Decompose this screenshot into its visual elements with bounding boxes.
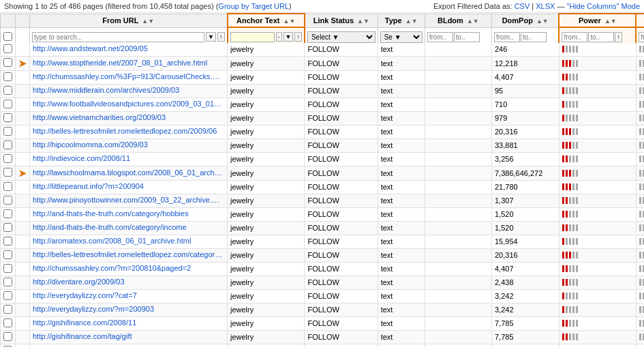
export-xlsx-link[interactable]: XLSX <box>536 2 555 10</box>
anchor-filter-input[interactable]: jewelry <box>230 32 275 42</box>
row-trust-cell <box>636 138 644 152</box>
row-checkbox[interactable] <box>3 291 12 300</box>
from-url-link[interactable]: http://chumssashley.com/%3Fp=913/Carouse… <box>33 72 224 80</box>
row-checkbox[interactable] <box>3 209 12 218</box>
col-power-header[interactable]: Power ▲▼ <box>559 14 636 27</box>
from-url-link[interactable]: http://belles-lettresofmilet.romelettedl… <box>33 250 224 258</box>
row-type-cell: text <box>378 42 425 56</box>
from-url-link[interactable]: http://belles-lettresofmilet.romelettedl… <box>33 127 217 135</box>
from-url-link[interactable]: http://and-thats-the-truth.com/category/… <box>33 209 189 218</box>
power-bar-container <box>562 183 633 190</box>
from-url-link[interactable]: http://www.pinoyottowinner.com/2009_03_2… <box>33 196 224 204</box>
power-sort-btn[interactable]: ↑ <box>615 32 622 42</box>
col-trust-header[interactable]: Trust ▲▼ <box>636 14 644 27</box>
row-checkbox[interactable] <box>3 182 12 191</box>
sort-linkstatus-icon[interactable]: ▲▼ <box>357 18 369 25</box>
col-anchor-header[interactable]: Anchor Text ▲▼ <box>228 14 305 27</box>
bar-segment <box>639 46 641 53</box>
trust-bar-container <box>639 128 644 135</box>
power-from-input[interactable] <box>562 32 587 42</box>
row-checkbox[interactable] <box>3 318 12 327</box>
from-url-filter-btn[interactable]: ▼ <box>206 32 216 42</box>
from-url-link[interactable]: http://gishifinance.com/tag/gift <box>33 332 132 340</box>
row-anchor-cell: jewelry <box>228 180 305 194</box>
from-url-link[interactable]: http://iblogbiz.com/2009/06 <box>33 346 122 347</box>
bar-segment-gray <box>569 293 571 299</box>
from-url-link[interactable]: http://chumssashley.com/?m=200810&paged=… <box>33 264 191 272</box>
row-checkbox[interactable] <box>3 127 12 136</box>
from-url-link[interactable]: http://aromatexs.com/2008_06_01_archive.… <box>33 237 191 245</box>
select-all-checkbox[interactable] <box>3 32 12 41</box>
row-bldom-cell <box>425 235 491 248</box>
bar-segment <box>562 60 564 67</box>
from-url-link[interactable]: http://www.andstewart.net/2009/05 <box>33 44 148 53</box>
row-linkstatus-cell: FOLLOW <box>305 125 378 138</box>
row-arrow-cell <box>16 152 30 166</box>
from-url-link[interactable]: http://www.footballvideosandpictures.com… <box>33 100 224 108</box>
export-csv-link[interactable]: CSV <box>515 2 530 10</box>
row-checkbox[interactable] <box>3 237 12 246</box>
row-from-url-cell: http://indievoice.com/2008/11 <box>30 152 228 166</box>
dompop-from-input[interactable] <box>494 32 520 42</box>
sort-power-icon[interactable]: ▲▼ <box>604 18 617 25</box>
filter-row: ▼ ↑ jewelry - ▼ ↑ Select ▼ FOLLOW <box>1 27 645 42</box>
from-url-search-input[interactable] <box>32 32 204 42</box>
row-checkbox[interactable] <box>3 332 12 341</box>
sort-from-url-icon[interactable]: ▲▼ <box>142 18 154 25</box>
from-url-link[interactable]: http://www.middlerain.com/archives/2009/… <box>33 86 179 94</box>
row-checkbox[interactable] <box>3 154 12 163</box>
type-filter-select[interactable]: Se ▼ text image <box>380 31 423 43</box>
from-url-link[interactable]: http://hipcoolmomma.com/2009/03 <box>33 140 148 149</box>
row-checkbox[interactable] <box>3 168 12 177</box>
row-checkbox[interactable] <box>3 140 12 149</box>
sort-dompop-icon[interactable]: ▲▼ <box>536 18 549 25</box>
row-checkbox[interactable] <box>3 44 12 53</box>
from-url-link[interactable]: http://www.vietnamcharities.org/2009/03 <box>33 113 166 121</box>
from-url-link[interactable]: http://gishifinance.com/2008/11 <box>33 318 136 327</box>
sort-anchor-icon[interactable]: ▲▼ <box>283 18 296 25</box>
row-trust-cell <box>636 303 644 316</box>
from-url-link[interactable]: http://www.stoptheride.net/2007_08_01_ar… <box>33 59 207 67</box>
bldom-from-input[interactable] <box>427 32 453 42</box>
linkstatus-filter-select[interactable]: Select ▼ FOLLOW NOFOLLOW <box>307 31 375 43</box>
sort-bldom-icon[interactable]: ▲▼ <box>467 18 479 25</box>
row-checkbox[interactable] <box>3 250 12 259</box>
row-checkbox[interactable] <box>3 86 12 95</box>
row-checkbox[interactable] <box>3 305 12 314</box>
trust-from-input[interactable] <box>639 32 644 42</box>
sort-type-icon[interactable]: ▲▼ <box>405 18 418 25</box>
bldom-to-input[interactable] <box>454 32 480 42</box>
col-linkstatus-header[interactable]: Link Status ▲▼ <box>305 14 378 27</box>
row-checkbox[interactable] <box>3 58 12 67</box>
anchor-filter-apply-btn[interactable]: ▼ <box>283 32 294 42</box>
row-checkbox[interactable] <box>3 72 12 81</box>
row-from-url-cell: http://www.middlerain.com/archives/2009/… <box>30 84 228 98</box>
row-checkbox[interactable] <box>3 346 12 348</box>
row-checkbox[interactable] <box>3 113 12 122</box>
row-checkbox[interactable] <box>3 278 12 286</box>
hide-columns-link[interactable]: "Hide Columns" Mode <box>567 2 640 10</box>
from-url-link[interactable]: http://lawschoolmama.blogspot.com/2008_0… <box>33 168 224 177</box>
col-from-url-header[interactable]: From URL ▲▼ <box>30 14 228 27</box>
from-url-sort-asc-btn[interactable]: ↑ <box>217 32 225 42</box>
dompop-to-input[interactable] <box>521 32 547 42</box>
from-url-link[interactable]: http://diventare.org/2009/03 <box>33 278 125 286</box>
from-url-link[interactable]: http://littlepeanut.info/?m=200904 <box>33 182 144 190</box>
row-checkbox[interactable] <box>3 100 12 108</box>
table-row: http://www.footballvideosandpictures.com… <box>1 98 645 111</box>
from-url-link[interactable]: http://everydaylizzy.com/?cat=7 <box>33 291 137 299</box>
col-dompop-header[interactable]: DomPop ▲▼ <box>492 14 559 27</box>
power-to-input[interactable] <box>588 32 614 42</box>
row-checkbox[interactable] <box>3 223 12 232</box>
row-checkbox[interactable] <box>3 196 12 205</box>
from-url-link[interactable]: http://everydaylizzy.com/?m=200903 <box>33 305 154 313</box>
row-type-cell: text <box>378 138 425 152</box>
from-url-link[interactable]: http://indievoice.com/2008/11 <box>33 154 130 162</box>
group-by-target-url-link[interactable]: Group by Target URL <box>218 2 289 10</box>
row-checkbox[interactable] <box>3 264 12 273</box>
anchor-filter-dropdown-btn[interactable]: - <box>276 32 282 42</box>
col-bldom-header[interactable]: BLdom ▲▼ <box>425 14 491 27</box>
from-url-link[interactable]: http://and-thats-the-truth.com/category/… <box>33 223 187 231</box>
col-type-header[interactable]: Type ▲▼ <box>378 14 425 27</box>
anchor-filter-sort-btn[interactable]: ↑ <box>294 32 302 42</box>
